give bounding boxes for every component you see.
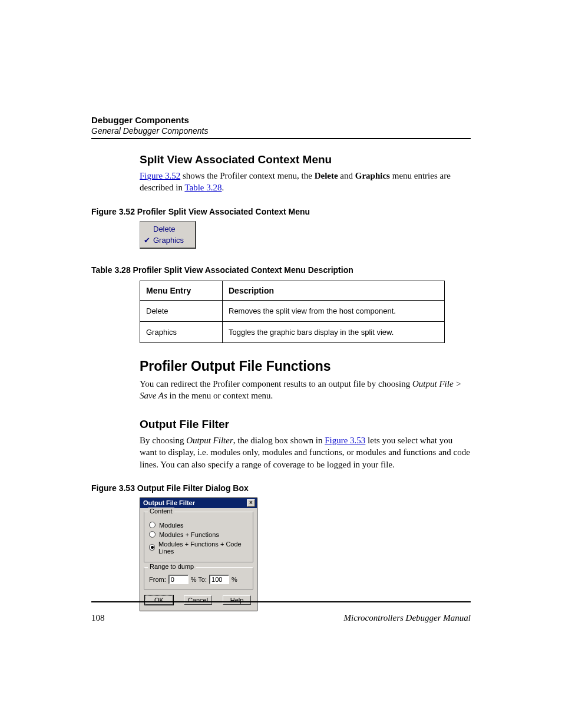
- group-range: Range to dump From: 0 % To: 100 %: [144, 567, 253, 589]
- to-input[interactable]: 100: [209, 575, 229, 584]
- table-header-description: Description: [223, 281, 445, 300]
- bold-graphics: Graphics: [355, 171, 390, 180]
- ok-button[interactable]: OK: [145, 595, 173, 605]
- output-file-filter-dialog: Output File Filter × Content Modules Mod…: [140, 498, 257, 611]
- from-input[interactable]: 0: [168, 575, 189, 584]
- from-label: From:: [149, 576, 166, 583]
- table-3-28: Menu Entry Description Delete Removes th…: [140, 281, 445, 343]
- link-figure-3-52[interactable]: Figure 3.52: [140, 171, 180, 180]
- page-footer: 108 Microcontrollers Debugger Manual: [91, 613, 471, 623]
- table-header-menu-entry: Menu Entry: [140, 281, 223, 300]
- group-range-label: Range to dump: [148, 563, 196, 570]
- radio-modules-functions[interactable]: Modules + Functions: [149, 531, 248, 538]
- radio-label: Modules + Functions + Code Lines: [158, 541, 248, 555]
- cell-menu-entry: Graphics: [140, 321, 223, 342]
- percent-to-label: % To:: [191, 576, 207, 583]
- link-table-3-28[interactable]: Table 3.28: [184, 183, 222, 192]
- manual-title: Microcontrollers Debugger Manual: [343, 613, 471, 623]
- text: , the dialog box shown in: [233, 436, 325, 445]
- figure-3-53-caption: Figure 3.53 Output File Filter Dialog Bo…: [91, 483, 471, 493]
- text: You can redirect the Profiler component …: [140, 379, 412, 388]
- table-row: Delete Removes the split view from the h…: [140, 300, 445, 321]
- dialog-title-text: Output File Filter: [143, 499, 195, 506]
- header-rule: [91, 138, 471, 139]
- radio-icon: [149, 522, 156, 528]
- radio-label: Modules + Functions: [159, 531, 219, 538]
- header-chapter: Debugger Components: [91, 115, 471, 125]
- menu-label: Graphics: [153, 236, 184, 245]
- radio-icon: [149, 531, 156, 538]
- header-subchapter: General Debugger Components: [91, 126, 471, 136]
- radio-label: Modules: [159, 522, 184, 529]
- menu-label: Delete: [153, 225, 176, 233]
- percent-label: %: [232, 576, 237, 583]
- help-button[interactable]: Help: [223, 595, 251, 605]
- footer-rule: [91, 601, 471, 602]
- table-row: Graphics Toggles the graphic bars displa…: [140, 321, 445, 342]
- paragraph-profiler-output: You can redirect the Profiler component …: [140, 378, 471, 402]
- paragraph-split-view: Figure 3.52 shows the Profiler context m…: [140, 170, 471, 194]
- radio-modules[interactable]: Modules: [149, 522, 248, 529]
- cancel-button[interactable]: Cancel: [184, 595, 212, 605]
- menu-item-graphics[interactable]: ✔ Graphics: [143, 235, 193, 246]
- heading-profiler-output: Profiler Output File Functions: [140, 358, 471, 374]
- figure-3-52-caption: Figure 3.52 Profiler Split View Associat…: [91, 207, 471, 216]
- link-figure-3-53[interactable]: Figure 3.53: [325, 436, 365, 445]
- page-number: 108: [91, 613, 105, 623]
- cell-menu-entry: Delete: [140, 300, 223, 321]
- radio-icon: [149, 544, 155, 551]
- heading-output-file-filter: Output File Filter: [140, 418, 471, 431]
- italic-output-filter: Output Filter: [186, 436, 233, 445]
- radio-modules-functions-codelines[interactable]: Modules + Functions + Code Lines: [149, 541, 248, 555]
- table-3-28-caption: Table 3.28 Profiler Split View Associate…: [91, 265, 471, 275]
- group-content-label: Content: [148, 508, 174, 515]
- bold-delete: Delete: [315, 171, 338, 180]
- close-button[interactable]: ×: [247, 499, 255, 507]
- heading-split-view: Split View Associated Context Menu: [140, 153, 471, 166]
- close-icon: ×: [249, 500, 253, 506]
- cell-description: Toggles the graphic bars display in the …: [223, 321, 445, 342]
- group-content: Content Modules Modules + Functions Modu…: [144, 512, 253, 562]
- table-header-row: Menu Entry Description: [140, 281, 445, 300]
- menu-item-delete[interactable]: Delete: [143, 223, 193, 235]
- check-icon: ✔: [144, 236, 151, 245]
- text: By choosing: [140, 436, 186, 445]
- paragraph-output-file-filter: By choosing Output Filter, the dialog bo…: [140, 434, 471, 470]
- text: .: [222, 183, 224, 192]
- text: shows the Profiler context menu, the: [180, 171, 314, 180]
- context-menu: Delete ✔ Graphics: [140, 221, 196, 249]
- text: in the menu or context menu.: [167, 391, 273, 400]
- dialog-titlebar: Output File Filter ×: [140, 498, 257, 508]
- text: and: [338, 171, 355, 180]
- cell-description: Removes the split view from the host com…: [223, 300, 445, 321]
